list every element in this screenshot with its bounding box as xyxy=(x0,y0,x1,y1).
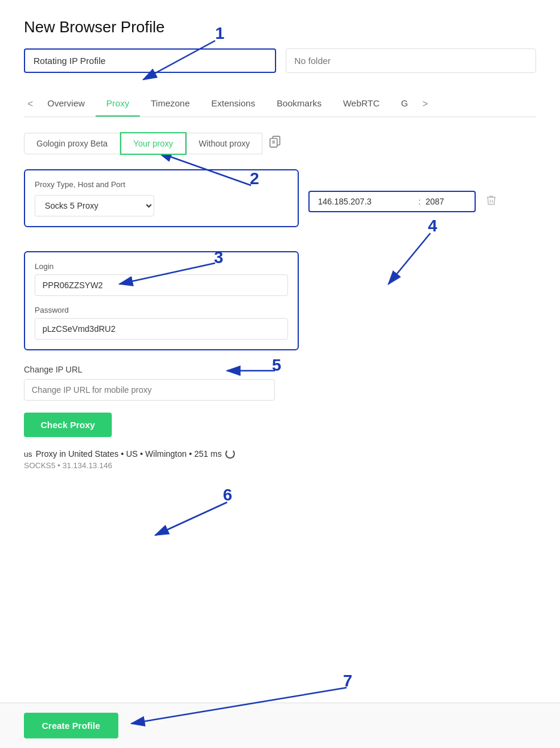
annotation-1: 1 xyxy=(215,24,225,43)
password-field-group: Password xyxy=(35,306,288,340)
change-ip-input[interactable] xyxy=(24,379,275,401)
flag-icon: us xyxy=(24,450,32,459)
bottom-bar: Create Profile xyxy=(0,703,560,748)
login-input[interactable] xyxy=(35,274,288,296)
tab-webrtc[interactable]: WebRTC xyxy=(332,91,390,117)
profile-row xyxy=(24,48,536,73)
password-label: Password xyxy=(35,306,288,315)
password-input[interactable] xyxy=(35,318,288,340)
tabs-container: < Overview Proxy Timezone Extensions Boo… xyxy=(24,91,536,117)
colon-separator: : xyxy=(418,197,421,206)
your-proxy-btn[interactable]: Your proxy xyxy=(120,132,186,155)
create-profile-button[interactable]: Create Profile xyxy=(24,713,118,738)
proxy-status-line1: us Proxy in United States • US • Wilming… xyxy=(24,449,536,459)
proxy-config-row: Proxy Type, Host and Port Socks 5 Proxy … xyxy=(24,169,536,239)
proxy-type-select-row: Socks 5 Proxy HTTP Proxy HTTPS Proxy Soc… xyxy=(35,195,288,216)
tab-overview[interactable]: Overview xyxy=(36,91,96,117)
check-proxy-button[interactable]: Check Proxy xyxy=(24,413,112,437)
page-title: New Browser Profile xyxy=(24,18,536,36)
tab-proxy[interactable]: Proxy xyxy=(96,91,140,117)
login-field-group: Login xyxy=(35,262,288,296)
tab-g[interactable]: G xyxy=(390,91,419,117)
tab-next-btn[interactable]: > xyxy=(419,93,432,115)
tab-extensions[interactable]: Extensions xyxy=(201,91,266,117)
annotation-4: 4 xyxy=(428,216,437,236)
annotation-2: 2 xyxy=(250,169,259,188)
annotation-7: 7 xyxy=(343,671,353,691)
annotation-5: 5 xyxy=(272,356,281,375)
proxy-host-port-box: : xyxy=(308,191,476,212)
gologin-proxy-btn[interactable]: Gologin proxy Beta xyxy=(24,133,120,154)
annotation-3: 3 xyxy=(214,248,224,267)
proxy-status-line2: SOCKS5 • 31.134.13.146 xyxy=(24,461,536,470)
proxy-type-select[interactable]: Socks 5 Proxy HTTP Proxy HTTPS Proxy Soc… xyxy=(35,195,154,216)
paste-btn[interactable] xyxy=(262,132,287,155)
delete-proxy-btn[interactable] xyxy=(485,194,497,209)
tab-prev-btn[interactable]: < xyxy=(24,93,36,115)
login-label: Login xyxy=(35,262,288,271)
tab-bookmarks[interactable]: Bookmarks xyxy=(266,91,332,117)
refresh-icon[interactable] xyxy=(225,449,235,459)
proxy-type-row: Gologin proxy Beta Your proxy Without pr… xyxy=(24,132,536,155)
tab-timezone[interactable]: Timezone xyxy=(140,91,200,117)
folder-input[interactable] xyxy=(286,48,537,73)
without-proxy-btn[interactable]: Without proxy xyxy=(186,133,263,154)
credentials-section: Login Password xyxy=(24,251,299,350)
proxy-host-input[interactable] xyxy=(318,197,414,206)
annotation-6: 6 xyxy=(223,486,232,505)
proxy-status: us Proxy in United States • US • Wilming… xyxy=(24,449,536,470)
proxy-port-input[interactable] xyxy=(426,197,458,206)
profile-name-input[interactable] xyxy=(24,48,276,73)
proxy-status-text: Proxy in United States • US • Wilmington… xyxy=(36,449,222,459)
